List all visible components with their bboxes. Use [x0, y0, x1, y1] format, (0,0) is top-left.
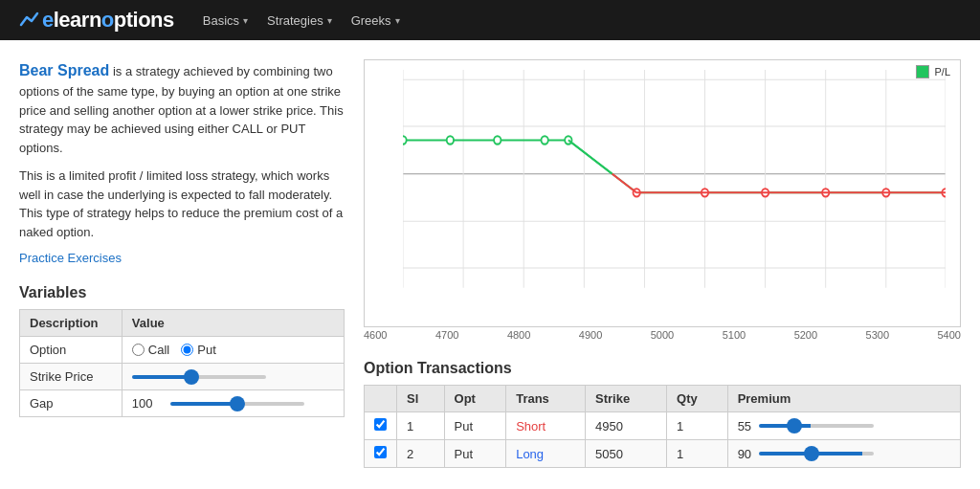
svg-point-18 — [541, 136, 547, 144]
trans-row2-strike: 5050 — [586, 440, 667, 468]
logo-text: elearnoptions — [42, 8, 174, 33]
practice-exercises-link[interactable]: Practice Exercises — [19, 251, 122, 265]
gap-value-display: 100 — [132, 396, 161, 411]
legend-color-pl — [916, 65, 929, 78]
trans-row2-trans: Long — [506, 440, 586, 468]
var-row-gap: Gap 100 — [20, 390, 345, 417]
chart-container: P/L — [364, 59, 961, 327]
nav-links: Basics ▾ Strategies ▾ Greeks ▾ — [203, 13, 400, 28]
var-option-value: Call Put — [122, 337, 344, 364]
trans-header-sl: Sl — [397, 386, 445, 412]
var-gap-value: 100 — [122, 390, 344, 417]
chart-legend: P/L — [916, 65, 950, 78]
logo-icon — [19, 10, 40, 31]
trans-row2-checkbox[interactable] — [374, 446, 387, 458]
bear-spread-title: Bear Spread — [19, 62, 109, 78]
trans-row1-sl: 1 — [397, 412, 445, 440]
trans-row1-premium-slider[interactable] — [759, 424, 874, 428]
strike-slider-container — [132, 375, 334, 379]
trans-header-qty: Qty — [667, 386, 728, 412]
trans-row-1: 1 Put Short 4950 1 55 — [365, 412, 961, 440]
trans-header-check — [365, 386, 397, 412]
trans-row1-check-cell — [365, 412, 397, 440]
trans-row2-check-cell — [365, 440, 397, 468]
strategies-arrow-icon: ▾ — [327, 15, 332, 26]
greeks-arrow-icon: ▾ — [395, 15, 400, 26]
description-body2: This is a limited profit / limited loss … — [19, 167, 345, 241]
trans-row1-strike: 4950 — [586, 412, 667, 440]
gap-slider-container: 100 — [132, 396, 334, 411]
transactions-table: Sl Opt Trans Strike Qty Premium 1 P — [364, 385, 961, 468]
right-panel: P/L — [364, 59, 961, 468]
trans-row1-checkbox[interactable] — [374, 418, 387, 431]
trans-row1-trans: Short — [506, 412, 586, 440]
left-panel: Bear Spread is a strategy achieved by co… — [19, 59, 345, 468]
variables-title: Variables — [19, 284, 345, 301]
transactions-title: Option Transactions — [364, 360, 961, 377]
var-strike-label: Strike Price — [20, 364, 122, 390]
trans-row1-premium: 55 — [727, 412, 960, 440]
transactions-section: Option Transactions Sl Opt Trans Strike … — [364, 360, 961, 468]
trans-row2-premium: 90 — [727, 440, 960, 468]
gap-slider[interactable] — [170, 402, 304, 406]
legend-label-pl: P/L — [934, 66, 950, 78]
var-gap-label: Gap — [20, 390, 122, 417]
var-option-label: Option — [20, 337, 122, 364]
var-row-strike-price: Strike Price — [20, 364, 345, 390]
trans-row-2: 2 Put Long 5050 1 90 — [365, 440, 961, 468]
strike-price-slider[interactable] — [132, 375, 266, 379]
header: elearnoptions Basics ▾ Strategies ▾ Gree… — [0, 0, 980, 40]
trans-row2-premium-slider[interactable] — [759, 452, 874, 456]
trans-header-strike: Strike — [586, 386, 667, 412]
svg-point-16 — [447, 136, 454, 144]
trans-header-premium: Premium — [727, 386, 960, 412]
put-radio[interactable] — [181, 344, 193, 356]
trans-header-opt: Opt — [444, 386, 506, 412]
var-header-description: Description — [20, 310, 122, 337]
put-radio-label[interactable]: Put — [181, 343, 216, 357]
logo: elearnoptions — [19, 8, 174, 33]
trans-row1-opt: Put — [444, 412, 506, 440]
description-block: Bear Spread is a strategy achieved by co… — [19, 59, 345, 157]
nav-greeks[interactable]: Greeks ▾ — [351, 13, 400, 28]
call-radio-label[interactable]: Call — [132, 343, 169, 357]
main-content: Bear Spread is a strategy achieved by co… — [0, 40, 980, 487]
call-radio[interactable] — [132, 344, 145, 356]
trans-row2-opt: Put — [444, 440, 506, 468]
trans-header-trans: Trans — [506, 386, 586, 412]
var-header-value: Value — [122, 310, 344, 337]
svg-point-15 — [403, 136, 407, 144]
pl-chart — [403, 70, 946, 298]
trans-row2-qty: 1 — [667, 440, 728, 468]
var-strike-value — [122, 364, 344, 390]
x-axis-labels: 4600 4700 4800 4900 5000 5100 5200 5300 … — [364, 329, 961, 341]
option-radio-group: Call Put — [132, 343, 334, 357]
var-row-option: Option Call Put — [20, 337, 345, 364]
nav-basics[interactable]: Basics ▾ — [203, 13, 248, 28]
trans-row2-sl: 2 — [397, 440, 445, 468]
basics-arrow-icon: ▾ — [243, 15, 248, 26]
trans-row1-qty: 1 — [667, 412, 728, 440]
svg-point-17 — [494, 136, 501, 144]
variables-table: Description Value Option Call Put — [19, 309, 345, 417]
nav-strategies[interactable]: Strategies ▾ — [267, 13, 332, 28]
